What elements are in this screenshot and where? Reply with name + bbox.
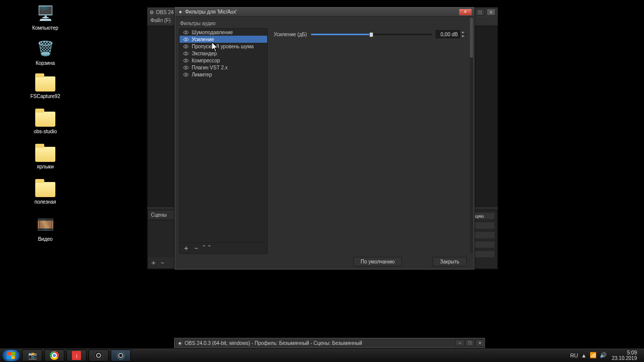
gain-step-down[interactable]: ▼ — [460, 34, 466, 38]
filters-titlebar[interactable]: ◉ Фильтры для 'Mic/Aux' × — [175, 8, 474, 17]
glyph-icon: 🗑️ — [35, 38, 55, 58]
gain-property-row: Усиление (дБ) ▲ ▼ — [274, 30, 466, 38]
visibility-eye-icon[interactable] — [183, 43, 189, 49]
svg-point-6 — [185, 74, 187, 75]
taskbar-app-obs-active[interactable] — [111, 349, 131, 361]
tray-volume-icon[interactable]: 🔊 — [600, 352, 607, 358]
filter-item-label: Лимитер — [192, 72, 212, 77]
taskbar-time: 5:09 — [612, 350, 637, 355]
filter-item-label: Экспандер — [192, 51, 217, 56]
visibility-eye-icon[interactable] — [183, 50, 189, 56]
gain-label: Усиление (дБ) — [274, 32, 307, 37]
desktop-icon-label: obs-studio — [25, 129, 65, 134]
filter-item[interactable]: Лимитер — [180, 71, 267, 78]
desktop-icon[interactable]: obs-studio — [25, 109, 65, 134]
scenes-remove-button[interactable]: － — [159, 258, 166, 267]
filter-item[interactable]: Экспандер — [180, 50, 267, 57]
desktop: 🖥️Компьютер🗑️КорзинаFSCapture92obs-studi… — [0, 0, 644, 362]
taskbar-clock[interactable]: 5:09 23.10.2019 — [610, 350, 639, 361]
filters-list: ШумоподавлениеУсилениеПропускной уровень… — [179, 28, 268, 254]
filter-item[interactable]: Пропускной уровень шума — [180, 43, 267, 50]
svg-point-2 — [185, 46, 187, 47]
filter-move-up-button[interactable]: ˆ — [203, 244, 205, 252]
obs-icon: ⚙ — [149, 10, 154, 15]
obs-secondary-title: OBS 24.0.3 (64-bit, windows) - Профиль: … — [185, 340, 362, 346]
filter-move-down-button[interactable]: ˇ — [208, 244, 211, 252]
taskbar-app-chrome[interactable] — [44, 349, 64, 361]
filter-remove-button[interactable]: － — [193, 244, 200, 253]
taskbar-app-fscapture[interactable]: 📸 — [22, 349, 42, 361]
filter-item[interactable]: Компрессор — [180, 57, 267, 64]
windows-taskbar: 📸 ↓ RU ▲ 📶 🔊 5:09 23.10.2019 — [0, 348, 644, 362]
folder-icon — [35, 112, 55, 127]
desktop-icon-label: FSCapture92 — [25, 94, 65, 99]
filters-dialog: ◉ Фильтры для 'Mic/Aux' × Фильтры аудио … — [175, 7, 474, 269]
taskbar-app-downloader[interactable]: ↓ — [66, 349, 87, 361]
obs-icon: ◉ — [177, 340, 183, 346]
gain-spinbox[interactable]: ▲ ▼ — [436, 30, 466, 38]
glyph-icon: 🎞️ — [35, 214, 55, 234]
audio-filters-label: Фильтры аудио — [175, 17, 474, 28]
filters-title: Фильтры для 'Mic/Aux' — [185, 9, 237, 15]
close-button[interactable]: Закрыть — [432, 257, 467, 266]
filter-properties-panel: Усиление (дБ) ▲ ▼ — [268, 28, 474, 254]
visibility-eye-icon[interactable] — [183, 71, 189, 77]
tray-network-icon[interactable]: 📶 — [590, 352, 597, 358]
obs-main-close-button[interactable]: × — [487, 9, 496, 16]
gain-value-input[interactable] — [436, 30, 460, 38]
visibility-eye-icon[interactable] — [183, 36, 189, 42]
filter-item-label: Усиление — [192, 37, 214, 42]
obs-secondary-close[interactable]: × — [475, 339, 485, 346]
desktop-icon[interactable]: ярлыки — [25, 144, 65, 169]
filters-list-toolbar: ＋ － ˆ ˇ — [180, 242, 267, 253]
visibility-eye-icon[interactable] — [183, 57, 189, 63]
gain-step-up[interactable]: ▲ — [460, 30, 466, 34]
filter-item[interactable]: Плагин VST 2.x — [180, 64, 267, 71]
filters-scrollbar[interactable] — [470, 18, 473, 253]
taskbar-app-obs[interactable] — [89, 349, 109, 361]
folder-icon — [35, 147, 55, 162]
filter-item-label: Пропускной уровень шума — [192, 44, 254, 49]
obs-secondary-maximize[interactable]: □ — [465, 339, 474, 346]
visibility-eye-icon[interactable] — [183, 29, 189, 35]
svg-point-0 — [185, 32, 187, 33]
obs-main-maximize-button[interactable]: □ — [475, 9, 485, 16]
scenes-add-button[interactable]: ＋ — [150, 258, 157, 267]
system-tray: RU ▲ 📶 🔊 5:09 23.10.2019 — [570, 350, 642, 361]
taskbar-date: 23.10.2019 — [612, 355, 637, 361]
svg-point-5 — [185, 67, 187, 68]
desktop-icon[interactable]: полезная — [25, 179, 65, 205]
desktop-icon-label: полезная — [25, 199, 65, 205]
start-button[interactable] — [2, 349, 20, 361]
desktop-icon[interactable]: 🎞️Видео — [25, 214, 65, 242]
visibility-eye-icon[interactable] — [183, 64, 189, 70]
defaults-button[interactable]: По умолчанию — [353, 257, 403, 266]
desktop-icon[interactable]: 🖥️Компьютер — [25, 3, 65, 31]
filters-close-button[interactable]: × — [459, 9, 472, 16]
menu-file[interactable]: Файл (F) — [150, 18, 171, 23]
desktop-icon-label: Корзина — [25, 60, 65, 66]
filter-item-label: Компрессор — [192, 58, 220, 63]
tray-flag-icon[interactable]: ▲ — [581, 352, 587, 358]
filter-item-label: Плагин VST 2.x — [192, 65, 228, 70]
desktop-icon-label: Компьютер — [25, 25, 65, 31]
tray-lang[interactable]: RU — [570, 352, 578, 358]
desktop-icon-label: ярлыки — [25, 164, 65, 169]
filter-item[interactable]: Усиление — [180, 36, 267, 43]
desktop-icon[interactable]: 🗑️Корзина — [25, 38, 65, 66]
folder-icon — [35, 76, 55, 92]
filter-item-label: Шумоподавление — [192, 30, 233, 35]
desktop-icon[interactable]: FSCapture92 — [25, 73, 65, 99]
obs-icon: ◉ — [177, 9, 183, 15]
gain-slider[interactable] — [311, 31, 432, 37]
svg-point-3 — [185, 53, 187, 54]
svg-point-1 — [185, 39, 187, 40]
obs-secondary-titlebar[interactable]: ◉ OBS 24.0.3 (64-bit, windows) - Профиль… — [174, 338, 485, 348]
filter-item[interactable]: Шумоподавление — [180, 29, 267, 36]
glyph-icon: 🖥️ — [35, 3, 55, 23]
folder-icon — [35, 182, 55, 197]
desktop-icon-label: Видео — [25, 236, 65, 242]
filter-add-button[interactable]: ＋ — [183, 244, 190, 253]
obs-secondary-minimize[interactable]: – — [455, 339, 464, 346]
filters-dialog-buttons: По умолчанию Закрыть — [175, 254, 474, 269]
